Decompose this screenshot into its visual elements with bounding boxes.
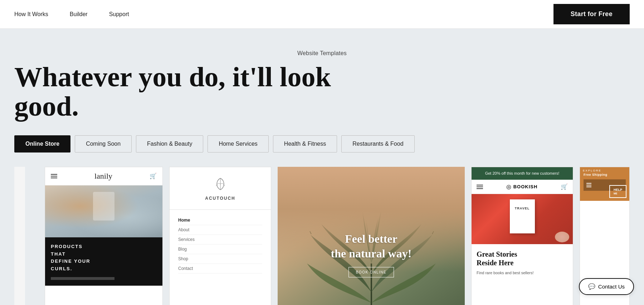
hero-section: Website Templates Whatever you do, it'll… bbox=[0, 29, 644, 305]
acutouch-divider bbox=[170, 209, 271, 210]
hero-title: Whatever you do, it'll look good. bbox=[14, 62, 336, 121]
acutouch-nav-home: Home bbox=[178, 216, 262, 225]
book-online-button[interactable]: BOOK ONLINE bbox=[348, 267, 394, 277]
help-label: HELP bbox=[614, 188, 622, 192]
bookish-title-line2: Reside Here bbox=[477, 259, 514, 267]
template-card-center[interactable]: Feel better the natural way! BOOK ONLINE bbox=[278, 167, 465, 305]
acutouch-header: ACUTOUCH bbox=[170, 167, 271, 207]
partial-card-content: Free Shipping HELP ME bbox=[580, 167, 629, 201]
navbar: How It Works Builder Support Start for F… bbox=[0, 0, 644, 29]
bookish-logo-icon: ◎ bbox=[506, 183, 511, 190]
nav-links: How It Works Builder Support bbox=[14, 11, 129, 18]
lanily-tagline-line3: DEFINE YOUR bbox=[51, 258, 91, 264]
center-card-bg: Feel better the natural way! BOOK ONLINE bbox=[278, 167, 465, 305]
chat-icon: 💬 bbox=[588, 283, 595, 290]
nav-support[interactable]: Support bbox=[109, 11, 129, 18]
bookish-hero-image bbox=[472, 194, 573, 244]
template-card-bookish[interactable]: Get 20% off this month for new customers… bbox=[471, 167, 573, 305]
free-shipping-label: Free Shipping bbox=[584, 173, 608, 176]
cart-icon: 🛒 bbox=[150, 173, 157, 179]
hamburger-icon-partial bbox=[586, 183, 591, 187]
template-card-acutouch[interactable]: ACUTOUCH Home About Services Blog Shop C… bbox=[169, 167, 271, 305]
bookish-title: Great Stories Reside Here bbox=[477, 250, 568, 267]
nav-builder[interactable]: Builder bbox=[70, 11, 88, 18]
acutouch-nav-contact: Contact bbox=[178, 264, 262, 273]
template-card-lanily[interactable]: lanily 🛒 PRODUCTS THAT DEFINE YOUR CURLS… bbox=[45, 167, 163, 305]
bookish-logo-group: ◎ BOOKISH bbox=[506, 183, 538, 190]
templates-row: lanily 🛒 PRODUCTS THAT DEFINE YOUR CURLS… bbox=[14, 167, 630, 305]
center-main-text: Feel better the natural way! bbox=[331, 232, 412, 261]
lanily-tagline-block: PRODUCTS THAT DEFINE YOUR CURLS. bbox=[45, 237, 162, 286]
lanily-tagline-line2: THAT bbox=[51, 251, 66, 257]
acutouch-nav-services: Services bbox=[178, 235, 262, 245]
cart-icon-bookish: 🛒 bbox=[561, 183, 568, 190]
acutouch-nav: Home About Services Blog Shop Contact bbox=[170, 213, 271, 276]
explore-label: EXPLORE bbox=[583, 169, 626, 172]
hero-label: Website Templates bbox=[14, 50, 630, 57]
partial-bottom-text: Find your signature EXPLORE bbox=[583, 167, 626, 172]
acutouch-nav-shop: Shop bbox=[178, 254, 262, 264]
tab-home-services[interactable]: Home Services bbox=[208, 135, 268, 152]
filter-tabs: Online Store Coming Soon Fashion & Beaut… bbox=[14, 135, 630, 152]
nav-how-it-works[interactable]: How It Works bbox=[14, 11, 48, 18]
acutouch-logo-icon bbox=[211, 176, 229, 194]
bookish-promo-banner: Get 20% off this month for new customers… bbox=[472, 167, 573, 180]
template-card-partial-left bbox=[14, 167, 25, 305]
tab-fashion-beauty[interactable]: Fashion & Beauty bbox=[136, 135, 203, 152]
tab-restaurants-food[interactable]: Restaurants & Food bbox=[341, 135, 414, 152]
tab-health-fitness[interactable]: Health & Fitness bbox=[273, 135, 337, 152]
acutouch-leaf-icon bbox=[213, 177, 228, 193]
acutouch-logo-text: ACUTOUCH bbox=[205, 196, 235, 201]
center-text-overlay: Feel better the natural way! BOOK ONLINE bbox=[331, 232, 412, 277]
bookish-body: Great Stories Reside Here Find rare book… bbox=[472, 244, 573, 282]
start-for-free-button[interactable]: Start for Free bbox=[553, 4, 630, 24]
center-headline-1: Feel better bbox=[345, 232, 397, 245]
bookish-flowers-decoration bbox=[555, 232, 569, 242]
lanily-tagline-line1: PRODUCTS bbox=[51, 244, 83, 249]
bookish-subtitle: Find rare books and best sellers! bbox=[477, 270, 568, 276]
hamburger-icon-bookish bbox=[477, 185, 483, 189]
acutouch-nav-about: About bbox=[178, 225, 262, 235]
center-headline-2: the natural way! bbox=[331, 247, 412, 260]
bookish-header: ◎ BOOKISH 🛒 bbox=[472, 180, 573, 194]
lanily-hero-image bbox=[45, 185, 162, 237]
lanily-logo: lanily bbox=[94, 171, 112, 181]
lanily-bar bbox=[51, 277, 114, 280]
help-sub: ME bbox=[614, 192, 618, 195]
lanily-header: lanily 🛒 bbox=[45, 167, 162, 185]
contact-us-button[interactable]: 💬 Contact Us bbox=[579, 278, 634, 295]
bookish-title-line1: Great Stories bbox=[477, 250, 517, 258]
contact-us-label: Contact Us bbox=[598, 284, 625, 290]
acutouch-nav-blog: Blog bbox=[178, 245, 262, 254]
help-box: HELP ME bbox=[609, 185, 626, 198]
lanily-tagline-line4: CURLS. bbox=[51, 266, 72, 271]
partial-card-top: Free Shipping bbox=[584, 173, 626, 176]
bookish-logo-text: BOOKISH bbox=[513, 184, 538, 189]
hamburger-icon bbox=[51, 174, 57, 178]
lanily-image-inner bbox=[45, 185, 162, 237]
tab-coming-soon[interactable]: Coming Soon bbox=[75, 135, 132, 152]
tab-online-store[interactable]: Online Store bbox=[14, 135, 70, 152]
